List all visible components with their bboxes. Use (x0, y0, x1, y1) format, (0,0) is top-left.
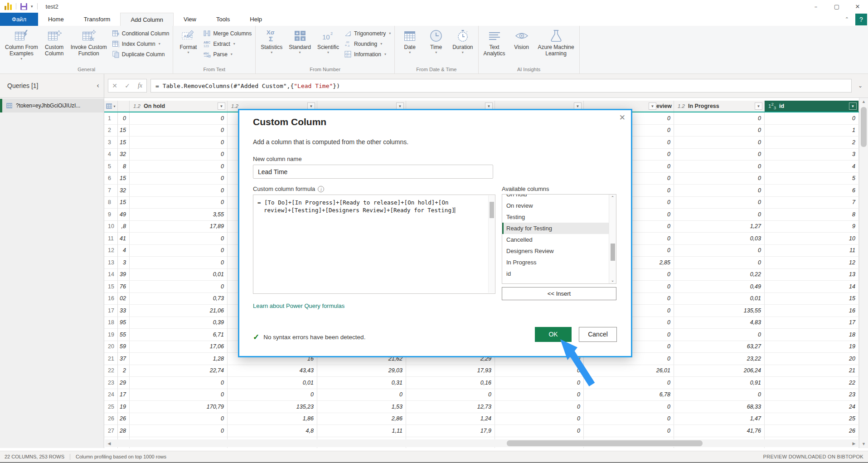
table-cell[interactable]: 32 (118, 149, 130, 161)
ribbon-button-merge-columns[interactable]: Merge Columns (203, 29, 252, 37)
table-cell[interactable]: 0 (130, 281, 228, 293)
table-cell[interactable]: 17 (765, 317, 859, 329)
header-column-in-progress[interactable]: 1.2In Progress▼ (674, 101, 765, 112)
scroll-left-icon[interactable]: ◀ (105, 441, 113, 446)
table-cell[interactable]: 15 (118, 197, 130, 209)
table-cell[interactable]: 33 (118, 305, 130, 317)
list-scrollbar[interactable]: ⌃ ⌄ (609, 195, 616, 283)
table-cell[interactable]: 55 (118, 329, 130, 341)
ribbon-button-parse[interactable]: abc Parse▾ (203, 50, 252, 58)
close-button[interactable]: ✕ (847, 0, 868, 13)
table-cell[interactable]: 43,43 (228, 365, 317, 377)
tab-add-column[interactable]: Add Column (120, 13, 174, 26)
table-cell[interactable]: 0 (584, 401, 674, 413)
table-cell[interactable]: 10 (765, 233, 859, 245)
info-icon[interactable]: i (318, 186, 324, 192)
table-cell[interactable]: 24 (765, 401, 859, 413)
table-cell[interactable]: 0 (674, 389, 765, 401)
table-cell[interactable]: 0 (118, 112, 130, 125)
table-cell[interactable]: 0 (130, 389, 228, 401)
ribbon-button-duplicate-column[interactable]: Duplicate Column (112, 50, 170, 58)
table-cell[interactable]: 0 (228, 389, 317, 401)
formula-scroll-thumb[interactable] (490, 202, 494, 218)
table-cell[interactable]: 29,03 (317, 365, 406, 377)
table-cell[interactable]: 49 (118, 209, 130, 221)
formula-input[interactable]: = Table.RemoveColumns(#"Added Custom",{"… (150, 79, 852, 93)
available-column-item[interactable]: Cancelled (502, 234, 616, 245)
table-cell[interactable]: 17,93 (406, 365, 495, 377)
ribbon-button-conditional-column[interactable]: ≠ Conditional Column (112, 29, 170, 37)
header-column-id[interactable]: 123id▼ (765, 101, 859, 112)
table-cell[interactable]: 0 (130, 257, 228, 269)
row-number[interactable]: 18 (104, 317, 118, 329)
table-cell[interactable]: 0 (130, 173, 228, 185)
table-cell[interactable]: 16 (765, 305, 859, 317)
table-cell[interactable]: 170,79 (130, 401, 228, 413)
table-cell[interactable]: 15 (118, 136, 130, 149)
ribbon-button-azure-machine-learning[interactable]: Azure MachineLearning (535, 27, 577, 66)
table-cell[interactable]: 1,86 (228, 413, 317, 425)
horizontal-scrollbar[interactable]: ◀ ▶ (105, 439, 858, 447)
table-cell[interactable]: 0 (674, 112, 765, 125)
table-cell[interactable]: 0 (674, 149, 765, 161)
table-cell[interactable]: 21 (765, 365, 859, 377)
table-cell[interactable]: 26 (118, 413, 130, 425)
table-cell[interactable]: 21,06 (130, 305, 228, 317)
table-cell[interactable]: 0 (130, 185, 228, 197)
cancel-button[interactable]: Cancel (579, 327, 617, 342)
table-cell[interactable]: 39 (118, 269, 130, 281)
table-cell[interactable]: 2,86 (317, 413, 406, 425)
table-cell[interactable]: ,8 (118, 221, 130, 233)
filter-icon[interactable]: ▼ (849, 102, 857, 110)
table-cell[interactable]: 0 (495, 425, 584, 437)
ok-button[interactable]: OK (535, 327, 572, 342)
learn-formulas-link[interactable]: Learn about Power Query formulas (253, 302, 344, 309)
row-number[interactable]: 4 (104, 149, 118, 161)
table-cell[interactable]: 9 (765, 221, 859, 233)
table-cell[interactable]: 3 (765, 149, 859, 161)
table-cell[interactable]: 0 (674, 209, 765, 221)
table-cell[interactable]: 26,01 (584, 365, 674, 377)
table-cell[interactable]: 22,74 (130, 365, 228, 377)
scroll-right-icon[interactable]: ▶ (850, 441, 858, 446)
table-cell[interactable]: 76 (118, 281, 130, 293)
table-cell[interactable]: 25 (765, 413, 859, 425)
ribbon-button-vision[interactable]: Vision (509, 27, 535, 66)
table-cell[interactable]: 0 (130, 136, 228, 149)
maximize-button[interactable]: ▢ (826, 0, 847, 13)
vertical-scrollbar[interactable]: ▲ ▼ (859, 98, 868, 448)
table-cell[interactable]: 23 (765, 389, 859, 401)
table-cell[interactable]: 63,27 (674, 341, 765, 353)
minimize-button[interactable]: – (805, 0, 826, 13)
ribbon-button-scientific[interactable]: 102 Scientific▾ (314, 27, 342, 66)
row-number[interactable]: 2 (104, 125, 118, 137)
row-number[interactable]: 10 (104, 221, 118, 233)
ribbon-button-time[interactable]: Time▾ (423, 27, 449, 66)
table-cell[interactable]: 2 (765, 136, 859, 149)
row-number[interactable]: 21 (104, 353, 118, 365)
table-cell[interactable]: 0 (317, 389, 406, 401)
row-number[interactable]: 12 (104, 245, 118, 257)
scroll-down-icon[interactable]: ▼ (859, 440, 868, 448)
table-cell[interactable]: 26 (765, 425, 859, 437)
filter-icon[interactable]: ▼ (755, 102, 762, 110)
table-cell[interactable]: 1,53 (317, 401, 406, 413)
table-cell[interactable]: 0,03 (674, 233, 765, 245)
table-cell[interactable]: 32 (118, 185, 130, 197)
table-cell[interactable]: 0,22 (674, 269, 765, 281)
table-cell[interactable]: 0 (130, 112, 228, 125)
table-cell[interactable]: 59 (118, 341, 130, 353)
ribbon-button-column-from-examples[interactable]: Column FromExamples▾ (2, 27, 41, 66)
table-cell[interactable]: 0 (584, 377, 674, 389)
table-cell[interactable]: 23,22 (674, 353, 765, 365)
collapse-pane-icon[interactable]: ‹ (97, 82, 99, 90)
table-cell[interactable]: 0 (674, 161, 765, 173)
table-cell[interactable]: 19 (765, 341, 859, 353)
table-cell[interactable]: 0 (130, 425, 228, 437)
table-cell[interactable]: 15 (118, 125, 130, 137)
table-cell[interactable]: 0 (130, 233, 228, 245)
help-icon[interactable]: ? (855, 14, 867, 25)
table-cell[interactable]: 4,83 (674, 317, 765, 329)
table-cell[interactable]: 2 (118, 365, 130, 377)
table-cell[interactable]: 0,73 (130, 293, 228, 305)
